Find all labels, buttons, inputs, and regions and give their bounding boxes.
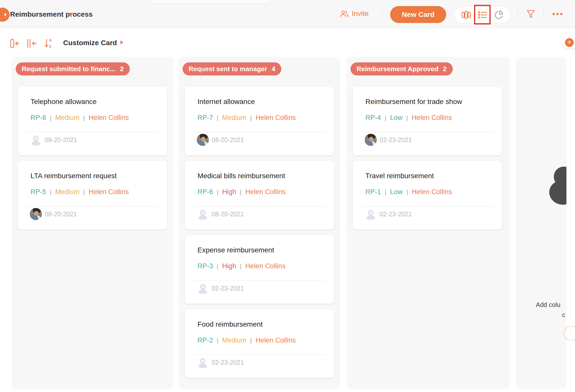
divider: [543, 8, 544, 19]
kanban-card[interactable]: Medical bills reimbursement RP-6 | High …: [185, 161, 334, 229]
divider: [382, 8, 382, 21]
column-count-badge: 4: [272, 65, 275, 73]
person-icon: [197, 208, 209, 220]
pie-chart-view-button[interactable]: [492, 8, 506, 22]
add-column-label[interactable]: Add colu: [536, 301, 560, 308]
person-icon: [30, 134, 42, 146]
card-priority: High: [222, 188, 236, 196]
list-view-button[interactable]: [476, 8, 489, 22]
add-column-label-line2: c: [562, 311, 565, 319]
kanban-card[interactable]: Reimbursement for trade show RP-4 | Low …: [353, 87, 502, 155]
assignee-avatar: [30, 208, 42, 220]
card-meta: RP-5 | Medium | Helen Collins: [31, 188, 129, 196]
card-priority: Medium: [55, 114, 80, 122]
separator: |: [83, 189, 85, 196]
column-header-pill[interactable]: Request sent to manager 4: [183, 62, 281, 75]
card-priority: High: [222, 262, 236, 270]
separator: |: [240, 189, 241, 196]
card-divider: [193, 206, 326, 206]
column-header-pill[interactable]: Reimbursement Approved 2: [351, 62, 453, 75]
card-id: RP-6: [197, 188, 213, 196]
separator: |: [250, 114, 252, 121]
card-assignee: Helen Collins: [89, 114, 129, 122]
card-footer: 08-20-2021: [197, 208, 244, 220]
kanban-board: Request submitted to financ... 2 Telepho…: [0, 57, 575, 389]
card-footer: 02-23-2021: [197, 282, 244, 294]
card-title: Food reimbursement: [197, 320, 263, 328]
column-header-pill[interactable]: Request submitted to financ... 2: [16, 62, 130, 75]
card-assignee: Helen Collins: [412, 188, 452, 196]
card-date: 02-23-2021: [212, 359, 244, 366]
card-id: RP-4: [365, 114, 381, 122]
customize-card-button[interactable]: Customize Card: [63, 39, 117, 47]
separator: |: [250, 337, 252, 344]
card-title: Medical bills reimbursement: [197, 172, 285, 180]
column-title: Request sent to manager: [189, 65, 267, 73]
card-date: 02-23-2021: [380, 136, 412, 144]
collapse-pane-icon: [10, 38, 20, 48]
add-button[interactable]: +: [565, 38, 574, 47]
filter-button[interactable]: [527, 10, 535, 20]
add-card-pill: +: [563, 37, 575, 48]
separator: |: [406, 189, 408, 196]
separator: |: [50, 114, 52, 121]
separator: |: [217, 337, 218, 344]
card-footer: 02-23-2021: [197, 356, 244, 369]
card-title: Expense reimbursement: [197, 246, 274, 254]
add-column-panel[interactable]: Add colu c: [516, 57, 566, 389]
card-priority: Medium: [222, 336, 246, 344]
card-title: Reimbursement for trade show: [365, 98, 462, 106]
card-meta: RP-7 | Medium | Helen Collins: [197, 114, 296, 122]
collapse-column-button[interactable]: [10, 38, 20, 49]
column-count-badge: 2: [120, 65, 123, 73]
card-date: 02-23-2021: [380, 211, 412, 218]
list-view-icon: [478, 11, 487, 19]
collapse-all-button[interactable]: [27, 38, 37, 49]
card-assignee: Helen Collins: [245, 262, 286, 270]
card-meta: RP-4 | Low | Helen Collins: [365, 114, 452, 122]
card-date: 08-20-2021: [212, 211, 244, 218]
kanban-view-button[interactable]: [459, 8, 473, 22]
separator: |: [83, 114, 85, 121]
separator: |: [385, 114, 386, 121]
kanban-card[interactable]: Food reimbursement RP-2 | Medium | Helen…: [185, 309, 334, 378]
sort-button[interactable]: A Z: [44, 38, 53, 50]
kanban-card[interactable]: Travel reimbursement RP-1 | Low | Helen …: [353, 161, 502, 229]
invite-people-icon: [340, 10, 349, 18]
assignee-avatar: [365, 134, 377, 146]
invite-button[interactable]: Invite: [340, 10, 369, 18]
customize-chevron-right-icon[interactable]: [120, 40, 123, 44]
card-footer: 08-20-2021: [197, 134, 244, 146]
kanban-card[interactable]: Telephone allowance RP-8 | Medium | Hele…: [18, 87, 167, 155]
card-assignee: Helen Collins: [256, 114, 296, 122]
collapse-bars-icon: [27, 38, 37, 48]
more-options-button[interactable]: [553, 13, 562, 15]
filter-funnel-icon: [527, 10, 535, 19]
assignee-avatar: [197, 208, 209, 220]
separator: |: [50, 189, 52, 196]
card-priority: Low: [390, 114, 403, 122]
top-tab-shape: [151, 0, 270, 3]
card-id: RP-1: [365, 188, 381, 196]
assignee-avatar: [197, 356, 209, 369]
kanban-card[interactable]: Expense reimbursement RP-3 | High | Hele…: [185, 235, 334, 304]
title-chevron-down-icon[interactable]: [69, 13, 73, 16]
card-divider: [193, 132, 326, 132]
svg-text:Z: Z: [49, 44, 51, 48]
card-assignee: Helen Collins: [89, 188, 129, 196]
card-meta: RP-2 | Medium | Helen Collins: [197, 336, 296, 344]
new-card-button[interactable]: New Card: [390, 6, 446, 23]
back-button[interactable]: [0, 8, 10, 22]
divider: [518, 8, 518, 19]
separator: |: [217, 263, 218, 270]
kanban-card[interactable]: LTA reimbursement request RP-5 | Medium …: [18, 161, 167, 229]
assignee-avatar: [197, 134, 209, 146]
card-date: 08-20-2021: [45, 211, 77, 218]
card-footer: 08-20-2021: [30, 208, 77, 220]
card-id: RP-5: [31, 188, 46, 196]
card-footer: 08-20-2021: [30, 134, 77, 146]
column-reimbursement-approved: Reimbursement Approved 2 Reimbursement f…: [346, 57, 510, 389]
kanban-card[interactable]: Internet allowance RP-7 | Medium | Helen…: [185, 87, 334, 155]
view-switcher: [454, 6, 511, 23]
person-icon: [365, 208, 377, 220]
